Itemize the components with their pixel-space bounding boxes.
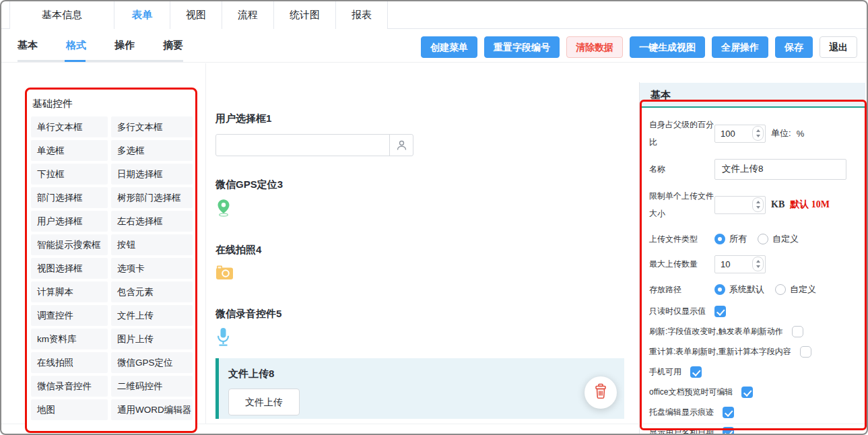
radio-label[interactable]: 系统默认 — [729, 283, 764, 296]
palette-item[interactable]: 微信GPS定位 — [111, 352, 193, 373]
palette-item[interactable]: 多选框 — [111, 140, 193, 161]
canvas-field-file-upload-selected[interactable]: 文件上传8 文件上传 — [215, 358, 624, 419]
readonly-show-value-checkbox[interactable] — [714, 306, 726, 317]
max-count-input[interactable]: 10 — [714, 255, 766, 273]
tab-basic-info[interactable]: 基本信息 — [9, 1, 114, 29]
palette-item[interactable]: 在线拍照 — [31, 352, 108, 373]
prop-label: 存放路径 — [649, 281, 714, 298]
prop-label: office文档预览时可编辑 — [649, 387, 733, 398]
palette-item[interactable]: 部门选择框 — [31, 187, 108, 208]
size-limit-input[interactable] — [714, 196, 766, 214]
palette-item[interactable]: 单行文本框 — [31, 116, 108, 137]
palette-item[interactable]: 树形部门选择框 — [111, 187, 193, 208]
exit-button[interactable]: 退出 — [820, 36, 857, 58]
radio-custom[interactable] — [758, 234, 768, 244]
field-label: 微信GPS定位3 — [215, 178, 626, 191]
canvas-field-user-select[interactable]: 用户选择框1 — [215, 112, 626, 156]
subtab-summary[interactable]: 摘要 — [163, 39, 183, 52]
number-stepper[interactable] — [752, 197, 764, 212]
palette-item[interactable]: 多行文本框 — [111, 116, 193, 137]
tab-view[interactable]: 视图 — [170, 1, 222, 29]
palette-item[interactable]: 用户选择框 — [31, 211, 108, 232]
radio-label[interactable]: 自定义 — [772, 233, 799, 245]
palette-item[interactable]: 包含元素 — [111, 281, 193, 302]
subtab-track — [18, 60, 183, 62]
recalc-on-refresh-checkbox[interactable] — [800, 346, 811, 358]
palette-item[interactable]: 智能提示搜索框 — [31, 234, 108, 255]
palette-title: 基础控件 — [31, 96, 192, 116]
palette-item[interactable]: 选项卡 — [111, 258, 193, 279]
subtab-basic[interactable]: 基本 — [18, 39, 38, 52]
palette-item[interactable]: 左右选择框 — [111, 211, 193, 232]
prop-row-office-editable: office文档预览时可编辑 — [649, 387, 861, 398]
person-icon[interactable] — [389, 135, 413, 156]
prop-row-show-user-date: 显示用户名和日期 — [649, 427, 861, 435]
percent-input[interactable]: 100 — [714, 125, 766, 143]
prop-row-mobile-enabled: 手机可用 — [649, 366, 861, 378]
radio-all[interactable] — [714, 234, 725, 244]
prop-label: 最大上传数量 — [649, 255, 714, 273]
palette-item[interactable]: 日期选择框 — [111, 164, 193, 185]
prop-label: 重计算:表单刷新时,重新计算本字段内容 — [649, 346, 791, 358]
prop-label: 手机可用 — [649, 366, 681, 378]
palette-item[interactable]: 地图 — [31, 399, 108, 420]
save-button[interactable]: 保存 — [775, 36, 813, 58]
prop-label: 限制单个上传文件大小 — [649, 187, 714, 223]
radio-custom[interactable] — [775, 284, 786, 295]
radio-label[interactable]: 所有 — [729, 233, 747, 245]
palette-item[interactable]: 计算脚本 — [31, 281, 108, 302]
prop-row-tray-edit-trace: 托盘编辑显示痕迹 — [649, 407, 861, 418]
number-stepper[interactable] — [752, 126, 764, 141]
palette-item[interactable]: 二维码控件 — [111, 376, 193, 397]
show-user-date-checkbox[interactable] — [723, 427, 734, 435]
radio-label[interactable]: 自定义 — [790, 283, 816, 296]
location-pin-icon — [215, 199, 626, 220]
palette-item[interactable]: 通用WORD编辑器 — [111, 399, 193, 420]
palette-item[interactable]: 视图选择框 — [31, 258, 108, 279]
refresh-on-change-checkbox[interactable] — [792, 326, 803, 337]
tab-form[interactable]: 表单 — [114, 1, 170, 29]
palette-item[interactable]: 微信录音控件 — [31, 376, 108, 397]
prop-row-max-count: 最大上传数量 10 — [649, 255, 861, 273]
prop-label: 自身占父级的百分比 — [649, 116, 714, 152]
prop-row-refresh-on-change: 刷新:字段值改变时,触发表单刷新动作 — [649, 326, 861, 337]
prop-label: 托盘编辑显示痕迹 — [649, 407, 714, 418]
tab-flow[interactable]: 流程 — [222, 1, 274, 29]
canvas-field-wechat-record[interactable]: 微信录音控件5 — [215, 308, 626, 349]
mobile-enabled-checkbox[interactable] — [690, 366, 702, 378]
palette-item[interactable]: 下拉框 — [31, 164, 108, 185]
fullscreen-button[interactable]: 全屏操作 — [712, 36, 768, 58]
subtab-format[interactable]: 格式 — [66, 39, 86, 52]
radio-system-default[interactable] — [714, 284, 725, 295]
delete-field-button[interactable] — [585, 376, 617, 409]
file-upload-button[interactable]: 文件上传 — [228, 389, 300, 415]
tray-edit-trace-checkbox[interactable] — [723, 407, 734, 418]
prop-row-name: 名称 文件上传8 — [649, 159, 861, 180]
palette-item[interactable]: 按钮 — [111, 234, 193, 255]
widget-palette: 基础控件 单行文本框 多行文本框 单选框 多选框 下拉框 日期选择框 部门选择框… — [25, 88, 197, 433]
canvas-field-online-photo[interactable]: 在线拍照4 — [215, 244, 626, 283]
reset-field-number-button[interactable]: 重置字段编号 — [484, 36, 560, 58]
number-stepper[interactable] — [752, 257, 764, 271]
canvas-field-wechat-gps[interactable]: 微信GPS定位3 — [215, 178, 626, 220]
palette-item[interactable]: 单选框 — [31, 140, 108, 161]
subtab-action[interactable]: 操作 — [114, 39, 135, 52]
prop-row-file-type: 上传文件类型 所有 自定义 — [649, 230, 861, 248]
unit-label: 单位: — [771, 127, 791, 139]
palette-item[interactable]: 图片上传 — [111, 329, 193, 349]
tab-report[interactable]: 报表 — [336, 1, 388, 29]
create-menu-button[interactable]: 创建菜单 — [421, 36, 477, 58]
prop-label: 只读时仅显示值 — [649, 306, 706, 317]
clear-data-button[interactable]: 清除数据 — [566, 36, 623, 58]
palette-item[interactable]: 文件上传 — [111, 305, 193, 326]
palette-item[interactable]: km资料库 — [31, 329, 108, 349]
office-editable-checkbox[interactable] — [741, 387, 753, 398]
microphone-icon — [215, 327, 626, 349]
name-input[interactable]: 文件上传8 — [714, 159, 846, 180]
camera-icon — [215, 265, 626, 283]
palette-item[interactable]: 调查控件 — [31, 305, 108, 326]
user-select-input[interactable] — [215, 134, 413, 156]
generate-view-button[interactable]: 一键生成视图 — [630, 36, 705, 58]
tab-stats[interactable]: 统计图 — [274, 1, 336, 29]
prop-label: 刷新:字段值改变时,触发表单刷新动作 — [649, 326, 783, 337]
